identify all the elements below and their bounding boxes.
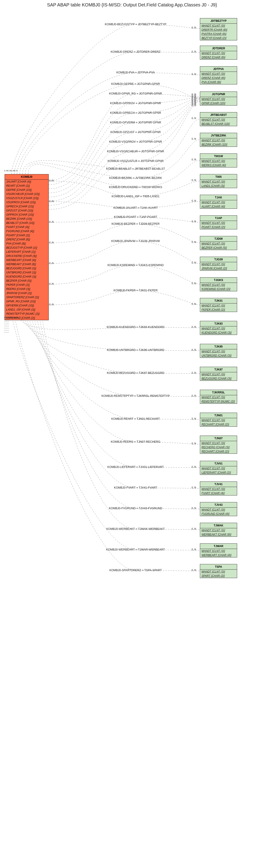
entity-title: TJAK — [200, 195, 237, 200]
cardinality-label: 0..N — [192, 220, 196, 223]
entity-field: BEZIRK [CHAR (10)] — [200, 143, 237, 147]
entity-field: BEZPER [CHAR (5)] — [5, 279, 49, 283]
cardinality-label: 0..N — [192, 326, 196, 328]
entity-title: TJV41 — [200, 482, 237, 487]
entity-field: KUENDGRD [CHAR (3)] — [200, 331, 237, 335]
entity-field: JPARVW [CHAR (2)] — [200, 266, 237, 271]
entity-field: MANDT [CLNT (3)] — [200, 221, 237, 225]
entity-field: UNTBRGRD [CHAR (3)] — [5, 271, 49, 275]
entity-field: WERBEAKT [CHAR (8)] — [200, 532, 237, 536]
entity-field: MANDT [CLNT (3)] — [200, 200, 237, 205]
entity-title: TJAP — [200, 216, 237, 221]
cardinality-label: 0..N — [49, 282, 54, 285]
entity-field: KSREMIND [CHAR (2)] — [200, 287, 237, 291]
cardinality-label: 0..N — [192, 394, 196, 397]
relation-label: KOMBJ0-LAND1_ISP = T005-LAND1 — [92, 195, 179, 198]
entity-field: BEABLST [CHAR (10)] — [200, 122, 237, 126]
relation-label: KOMBJ0-VSGRCHEUR = JGTGPNR-GPNR — [92, 150, 179, 153]
entity-field: PVATRA [CHAR (8)] — [200, 32, 237, 36]
entity-field: SPART [CHAR (2)] — [200, 574, 237, 578]
entity-jrtbeabst: JRTBEABSTMANDT [CLNT (3)]BEABLST [CHAR (… — [200, 112, 237, 126]
entity-tjn01: TJN01MANDT [CLNT (3)]RECHART [CHAR (2)] — [200, 413, 237, 427]
entity-field: MANDT [CLNT (3)] — [200, 24, 237, 28]
entity-field: BEABLST [CHAR (10)] — [5, 221, 49, 225]
entity-title: JVTBEZIRK — [200, 133, 237, 138]
entity-field: BEZPER [CHAR (5)] — [200, 246, 237, 250]
diagram-canvas: KOMBJ0 JAUART [CHAR (4)]REART [CHAR (2)]… — [0, 9, 264, 858]
entity-title: KOMBJ0 — [5, 174, 49, 180]
cardinality-label: 0..N — [192, 137, 196, 140]
entity-field: PVA [CHAR (8)] — [200, 80, 237, 84]
entity-title: TJWAR — [200, 544, 237, 549]
entity-field: REART [CHAR (2)] — [5, 184, 49, 188]
relation-label: KOMBJ0-VSGZUSTLR = JGTGPNR-GPNR — [92, 159, 179, 163]
cardinality-label: 0..N — [49, 200, 54, 203]
entity-field: JPARVW [CHAR (2)] — [5, 291, 49, 295]
entity-field: MANDT [CLNT (3)] — [200, 51, 237, 55]
cardinality-label: 0..N — [192, 117, 196, 120]
entity-field: BEZUGGRD [CHAR (3)] — [5, 266, 49, 271]
entity-tjgks: TJGKSMANDT [CLNT (3)]KSREMIND [CHAR (2)] — [200, 277, 237, 291]
entity-title: JDTPVA — [200, 66, 237, 72]
entity-field: DRERZ [CHAR (8)] — [200, 55, 237, 59]
entity-field: FKPER [CHAR (2)] — [200, 308, 237, 312]
entity-kombj0: KOMBJ0 JAUART [CHAR (4)]REART [CHAR (2)]… — [5, 174, 49, 320]
entity-field: REMSTEPTYP [NUMC (2)] — [200, 399, 237, 403]
entity-title: JDTBEZTYP — [200, 18, 237, 24]
relation-label: KOMBJ0-FVART = TJV41-FVART — [92, 486, 179, 489]
entity-field: MANDT [CLNT (3)] — [200, 97, 237, 101]
entity-field: POART [CHAR (2)] — [200, 225, 237, 229]
entity-field: FVART [CHAR (4)] — [200, 491, 237, 495]
entity-t005: T005MANDT [CLNT (3)]LAND1 [CHAR (3)] — [200, 174, 237, 188]
entity-field: MANDT [CLNT (3)] — [200, 508, 237, 512]
relation-label: KOMBJ0-GPZUST = JGTGPNR-GPNR — [92, 130, 179, 134]
entity-title: TJGKS — [200, 278, 237, 283]
left-top-cards: 0..N0..N0..N0..N — [4, 169, 50, 172]
relation-label: KOMBJ0-GPPROV = JGTGPNR-GPNR — [92, 102, 179, 105]
cardinality-label: 0..N — [192, 26, 196, 29]
relation-label: KOMBJ0-BEZUGGRD = TJK87-BEZUGGRD — [92, 371, 179, 375]
entity-field: PVA [CHAR (8)] — [5, 242, 49, 246]
relation-label: KOMBJ0-REMSTEPTYP = TJKRRSL-REMSTEPTYP — [92, 394, 179, 398]
entity-tjv41: TJV41MANDT [CLNT (3)]FVART [CHAR (4)] — [200, 482, 237, 495]
entity-field: MANDT [CLNT (3)] — [200, 72, 237, 76]
entity-field: MANDT [CLNT (3)] — [200, 418, 237, 422]
relation-label: KOMBJ0-WERBEAKT = TJWAK-WERBEAKT — [92, 527, 179, 531]
entity-field: JAUART [CHAR (4)] — [5, 180, 49, 184]
entity-field: RECHART [CHAR (2)] — [200, 422, 237, 427]
relation-label: KOMBJ0-KSREMIND = TJGKS-KSREMIND — [92, 264, 179, 267]
cardinality-label: 0..N — [192, 104, 196, 107]
cardinality-label: 0..N — [49, 220, 54, 223]
entity-field: BEZUGGRD [CHAR (3)] — [200, 376, 237, 380]
entity-field: MANDT [CLNT (3)] — [200, 180, 237, 184]
entity-tspa: TSPAMANDT [CLNT (3)]SPART [CHAR (2)] — [200, 564, 237, 578]
entity-field: FVART [CHAR (4)] — [5, 225, 49, 229]
entity-field: MANDT [CLNT (3)] — [200, 283, 237, 287]
cardinality-label: 0..N — [49, 262, 54, 265]
entity-field: MANDT [CLNT (3)] — [200, 138, 237, 143]
entity-title: TJKRRSL — [200, 390, 237, 395]
entity-tjv43: TJV43MANDT [CLNT (3)]FVGRUND [CHAR (4)] — [200, 502, 237, 516]
entity-t001w: T001WMANDT [CLNT (3)]WERKS [CHAR (4)] — [200, 153, 237, 167]
cardinality-label: 0..N — [192, 73, 196, 75]
entity-title: TJK87 — [200, 367, 237, 372]
relation-label: KOMBJ0-JAUART = TJAK-AUART — [92, 206, 179, 210]
entity-title: JDTDRER — [200, 46, 237, 51]
entity-title: TJV43 — [200, 502, 237, 508]
relation-label: KOMBJ0-DRERZ = JDTDRER-DRERZ — [92, 50, 179, 54]
cardinality-label: 0..N — [192, 371, 196, 374]
entity-tjv01: TJV01MANDT [CLNT (3)]LIEFERART [CHAR (2)… — [200, 461, 237, 475]
entity-title: TJK83 — [200, 321, 237, 327]
entity-field: UNTBRGRD [CHAR (3)] — [200, 353, 237, 358]
entity-field: MANDT [CLNT (3)] — [200, 569, 237, 574]
entity-title: T005 — [200, 174, 237, 180]
cardinality-label: 0..N — [192, 507, 196, 509]
entity-field: MANDT [CLNT (3)] — [200, 327, 237, 331]
relation-label: KOMBJ0-BEZUGSTYP = JDTBEZTYP-BEZTYP — [92, 23, 179, 26]
page-title: SAP ABAP table KOMBJ0 {IS-M/SD: Output D… — [0, 0, 264, 9]
entity-title: TJG39 — [200, 257, 237, 262]
entity-field: MANDT [CLNT (3)] — [200, 372, 237, 376]
entity-field: MANDT [CLNT (3)] — [200, 441, 237, 445]
entity-field: LAND1 [CHAR (3)] — [200, 184, 237, 188]
cardinality-label: 0..N — [192, 199, 196, 202]
